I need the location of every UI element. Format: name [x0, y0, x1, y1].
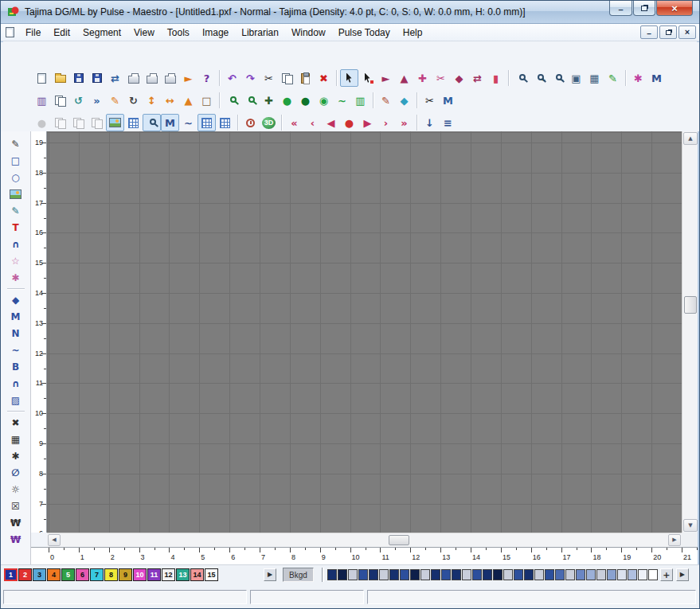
fill-stitch-type[interactable]: ◉ [315, 92, 333, 109]
star-stitch-tool[interactable]: ✱ [6, 447, 26, 464]
palette-chip-10[interactable]: 10 [133, 568, 147, 581]
thread-chip-1[interactable] [327, 569, 337, 580]
slice-tool[interactable]: ✂ [432, 69, 450, 87]
thread-chip-26[interactable] [586, 569, 596, 580]
curve-run-tool[interactable]: ~ [6, 342, 26, 358]
thread-chip-19[interactable] [514, 569, 523, 580]
scroll-down-button[interactable]: ▼ [683, 519, 698, 532]
thread-chip-28[interactable] [607, 569, 616, 580]
zoom-box[interactable] [143, 114, 161, 131]
monogram-tool[interactable]: M [647, 69, 666, 87]
applique-tool[interactable]: ∅ [6, 464, 26, 481]
print[interactable] [143, 69, 161, 87]
run-stitch-type[interactable]: ● [278, 92, 296, 109]
horizontal-scrollbar[interactable]: ◀ ▶ [47, 533, 682, 547]
palette-chip-9[interactable]: 9 [119, 568, 132, 581]
redraw-end[interactable]: » [395, 114, 413, 131]
machine-transfer[interactable]: ⇄ [106, 69, 124, 87]
add-point-tool[interactable]: ✚ [413, 69, 432, 87]
thread-chip-31[interactable] [638, 569, 647, 580]
open-design[interactable] [51, 69, 69, 87]
thread-chip-29[interactable] [617, 569, 627, 580]
text-tool[interactable]: T [6, 219, 26, 236]
zoom-in[interactable]: + [530, 69, 549, 87]
undo[interactable]: ↶ [223, 69, 241, 87]
reverse-stitch-tool[interactable]: ⇄ [468, 69, 487, 87]
thread-chip-30[interactable] [628, 569, 637, 580]
pulse-today-link[interactable]: ► [179, 69, 197, 87]
palette-chip-12[interactable]: 12 [162, 568, 175, 581]
stitch-select-tool[interactable] [358, 69, 377, 87]
box-stitch-tool[interactable]: ☒ [6, 498, 26, 514]
thread-chip-3[interactable] [348, 569, 358, 580]
scroll-up-button[interactable]: ▲ [683, 132, 698, 145]
palette-scroll-button[interactable]: ▶ [264, 568, 276, 581]
view-3d[interactable]: 3D [260, 114, 278, 131]
menu-pulse-today[interactable]: Pulse Today [332, 25, 397, 41]
save-design[interactable] [69, 69, 88, 87]
draw-tool[interactable]: ✎ [6, 135, 26, 152]
palette-chip-11[interactable]: 11 [147, 568, 161, 581]
palette-chip-4[interactable]: 4 [47, 568, 61, 581]
skew-design[interactable]: □ [197, 92, 216, 109]
density-chart[interactable]: ▥ [351, 92, 370, 109]
cross-stitch-tool[interactable]: ▦ [6, 431, 26, 447]
sequence-view[interactable]: ▥ [33, 92, 51, 109]
flip-horizontal[interactable]: ↔ [161, 92, 179, 109]
cut[interactable]: ✂ [260, 69, 278, 87]
palette-chip-15[interactable]: 15 [205, 568, 218, 581]
scroll-right-button[interactable]: ▶ [668, 534, 681, 546]
edit-image[interactable]: ✎ [106, 92, 124, 109]
show-curves[interactable]: ~ [179, 114, 197, 131]
insert-stitch-tool[interactable]: ► [377, 69, 395, 87]
add-thread-color-button[interactable]: + [660, 568, 673, 581]
delete[interactable]: ✖ [315, 69, 333, 87]
split-segment-tool[interactable]: ◆ [450, 69, 468, 87]
thread-chip-23[interactable] [555, 569, 565, 580]
brush-tool[interactable]: ✎ [377, 92, 395, 109]
contour-tool[interactable]: N [6, 325, 26, 342]
thread-chip-15[interactable] [472, 569, 482, 580]
title-bar[interactable]: Tajima DG/ML by Pulse - Maestro - [Untit… [1, 1, 699, 24]
zoom-embroidery[interactable] [241, 92, 260, 109]
redraw-fwd-10[interactable]: › [377, 114, 395, 131]
thread-chip-24[interactable] [565, 569, 575, 580]
column-tool[interactable]: M [6, 308, 26, 325]
thread-chip-16[interactable] [483, 569, 492, 580]
toggle-vector[interactable] [124, 114, 143, 131]
thread-chip-8[interactable] [400, 569, 409, 580]
zoom-out[interactable]: − [549, 69, 567, 87]
save-as[interactable] [88, 69, 106, 87]
stitch-marks[interactable]: M [439, 92, 457, 109]
ellipse-tool[interactable]: ○ [6, 169, 26, 185]
stitch-probe[interactable]: ✚ [260, 92, 278, 109]
satin-column-tool[interactable]: ◆ [6, 291, 26, 308]
arch-tool[interactable]: ∩ [6, 375, 26, 392]
palette-chip-6[interactable]: 6 [76, 568, 89, 581]
mdi-close-button[interactable]: × [678, 25, 696, 39]
stopwatch[interactable] [241, 114, 260, 131]
thread-chip-2[interactable] [338, 569, 347, 580]
measure-tool[interactable]: ✎ [604, 69, 622, 87]
menu-edit[interactable]: Edit [47, 25, 76, 41]
new-document[interactable] [33, 69, 51, 87]
thread-chip-9[interactable] [410, 569, 420, 580]
arc-tool[interactable]: ∩ [6, 236, 26, 252]
zoom-tool[interactable] [512, 69, 530, 87]
palette-chip-3[interactable]: 3 [33, 568, 46, 581]
grid-toggle[interactable] [197, 114, 216, 131]
menu-image[interactable]: Image [196, 25, 235, 41]
menu-tools[interactable]: Tools [161, 25, 196, 41]
thread-chip-21[interactable] [534, 569, 544, 580]
thread-chip-27[interactable] [596, 569, 606, 580]
horizontal-scroll-thumb[interactable] [389, 535, 409, 545]
menu-file[interactable]: File [19, 25, 47, 41]
thread-chip-10[interactable] [420, 569, 430, 580]
resequence[interactable]: » [88, 92, 106, 109]
mdi-restore-button[interactable] [659, 25, 677, 39]
menu-segment[interactable]: Segment [76, 25, 127, 41]
palette-chip-2[interactable]: 2 [18, 568, 32, 581]
thread-chip-32[interactable] [648, 569, 658, 580]
redo[interactable]: ↷ [241, 69, 260, 87]
edit-stitch-tool[interactable]: ▲ [395, 69, 413, 87]
